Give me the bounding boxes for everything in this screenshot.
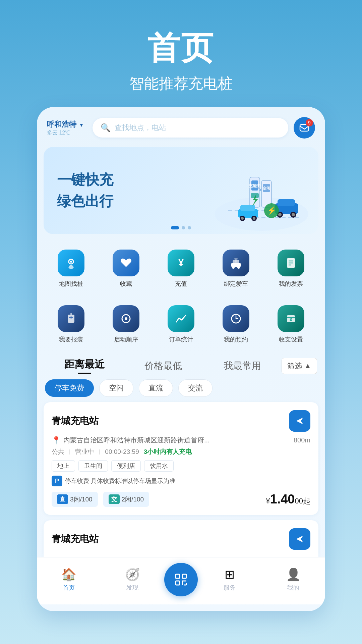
pill-idle[interactable]: 空闲 (99, 379, 133, 397)
menu-item-map[interactable]: 地图找桩 (44, 244, 99, 293)
nav-discover[interactable]: 🧭 发现 (101, 568, 164, 592)
menu-label-car: 绑定爱车 (224, 280, 248, 288)
menu-item-invoice[interactable]: 我的发票 (263, 244, 318, 293)
facility-store: 便利店 (111, 460, 141, 472)
home-icon: 🏠 (61, 568, 76, 582)
station-recent-activity: 3小时内有人充电 (144, 447, 192, 456)
facility-water: 饮用水 (144, 460, 174, 472)
banner-dot-1 (171, 226, 179, 229)
page-subtitle: 智能推荐充电桩 (129, 74, 233, 94)
menu-label-appt: 我的预约 (224, 335, 248, 343)
navigate-button-2[interactable] (289, 528, 310, 550)
ac-charger-badge: 交 2闲/100 (103, 492, 149, 507)
tab-nearest[interactable]: 距离最近 (45, 356, 124, 376)
nav-scan-center[interactable] (164, 563, 198, 596)
location-name[interactable]: 呼和浩特 (47, 119, 87, 129)
scan-icon (173, 572, 189, 588)
dc-charger-detail: 3闲/100 (70, 495, 93, 504)
nav-home[interactable]: 🏠 首页 (37, 568, 101, 592)
notification-badge: 9 (306, 119, 313, 126)
ac-type-label: 交 (109, 494, 120, 504)
menu-item-pay[interactable]: ¥ 充值 (154, 244, 208, 293)
nav-profile-label: 我的 (287, 584, 299, 592)
station-card-header: 青城充电站 (52, 410, 310, 432)
bottom-nav: 🏠 首页 🧭 发现 ⊞ 服务 (37, 557, 325, 604)
price-display: ¥1.4000起 (266, 492, 310, 506)
quick-menu-row2: 我要报装 启动顺序 订单统计 我的预约 ¥ 收支设置 (37, 297, 325, 352)
weather-label: 多云 12℃ (47, 129, 87, 137)
service-icon: ⊞ (225, 568, 235, 582)
invoice-icon (278, 250, 304, 276)
car-icon (223, 250, 249, 276)
banner-line1: 一键快充 (57, 170, 113, 189)
ac-charger-detail: 2闲/100 (122, 495, 144, 504)
pill-ac[interactable]: 交流 (178, 379, 213, 397)
menu-item-appt[interactable]: 我的预约 (208, 300, 263, 349)
menu-label-billing: 收支设置 (279, 335, 303, 343)
tab-frequent[interactable]: 我最常用 (203, 358, 282, 374)
svg-text:空闲: 空闲 (263, 186, 270, 190)
app-header: 呼和浩特 多云 12℃ 🔍 查找地点，电站 9 (37, 107, 325, 144)
filter-button[interactable]: 筛选 ▲ (282, 358, 317, 374)
dc-charger-badge: 直 3闲/100 (52, 492, 98, 507)
svg-rect-12 (278, 199, 295, 206)
svg-point-20 (241, 217, 244, 220)
status-divider1: | (69, 449, 70, 455)
nav-home-label: 首页 (63, 584, 75, 592)
pill-free-parking[interactable]: 停车免费 (45, 379, 94, 397)
facility-restroom: 卫生间 (78, 460, 108, 472)
discover-icon: 🧭 (125, 568, 140, 582)
billing-icon: ¥ (278, 305, 304, 332)
stats-icon (168, 305, 194, 332)
pill-filters: 停车免费 空闲 直流 交流 (37, 379, 325, 402)
search-bar[interactable]: 🔍 查找地点，电站 (93, 118, 288, 138)
svg-rect-51 (176, 581, 180, 585)
menu-item-fav[interactable]: 收藏 (99, 244, 154, 293)
page-header: 首页 智能推荐充电桩 (129, 0, 233, 107)
menu-item-startup[interactable]: 启动顺序 (99, 300, 154, 349)
svg-point-31 (232, 266, 235, 269)
pill-dc[interactable]: 直流 (139, 379, 173, 397)
appt-icon (223, 305, 249, 332)
parking-p-badge: P (52, 476, 62, 486)
menu-item-billing[interactable]: ¥ 收支设置 (263, 300, 318, 349)
banner: 一键快充 绿色出行 充能中 空闲 (44, 147, 318, 234)
nav-service-label: 服务 (224, 584, 236, 592)
menu-label-stats: 订单统计 (169, 335, 193, 343)
navigate-button[interactable] (289, 410, 310, 432)
menu-label-invoice: 我的发票 (279, 280, 303, 288)
filter-icon: ▲ (304, 362, 311, 370)
startup-icon (113, 305, 139, 332)
station-hours: 00:00-23:59 (105, 448, 139, 455)
menu-label-startup: 启动顺序 (114, 335, 138, 343)
scan-center-button[interactable] (164, 563, 198, 596)
station-card2-header: 青城充电站 (52, 528, 310, 550)
station-card-1[interactable]: 青城充电站 📍 内蒙古自治区呼和浩特市新城区迎新路街道首府... 800m 公共… (44, 402, 318, 515)
station-name: 青城充电站 (52, 415, 99, 427)
location-dropdown-icon (78, 120, 84, 129)
search-icon: 🔍 (101, 123, 111, 132)
location-block[interactable]: 呼和浩特 多云 12℃ (47, 119, 87, 137)
menu-label-pay: 充值 (175, 280, 187, 288)
nav-profile[interactable]: 👤 我的 (261, 568, 325, 592)
menu-item-stats[interactable]: 订单统计 (154, 300, 208, 349)
quick-menu-row1: 地图找桩 收藏 ¥ 充值 绑定爱车 我的发票 (37, 241, 325, 297)
notification-button[interactable]: 9 (294, 117, 315, 139)
banner-line2: 绿色出行 (57, 192, 113, 211)
filter-label: 筛选 (287, 361, 302, 371)
station-status-row: 公共 | 营业中 | 00:00-23:59 3小时内有人充电 (52, 447, 310, 456)
banner-text: 一键快充 绿色出行 (44, 160, 127, 221)
banner-dot-2 (182, 226, 185, 229)
svg-rect-18 (240, 205, 255, 211)
svg-text:充能中: 充能中 (248, 183, 261, 188)
map-icon (58, 250, 84, 276)
svg-text:¥: ¥ (290, 317, 292, 322)
tab-cheapest[interactable]: 价格最低 (124, 358, 202, 374)
nav-discover-label: 发现 (126, 584, 138, 592)
profile-icon: 👤 (286, 568, 301, 582)
station-card-2-partial[interactable]: 青城充电站 (44, 520, 318, 557)
charger-info-row: 直 3闲/100 交 2闲/100 ¥1.4000起 (52, 492, 310, 507)
nav-service[interactable]: ⊞ 服务 (198, 568, 261, 592)
menu-item-car[interactable]: 绑定爱车 (208, 244, 263, 293)
menu-item-repair[interactable]: 我要报装 (44, 300, 99, 349)
